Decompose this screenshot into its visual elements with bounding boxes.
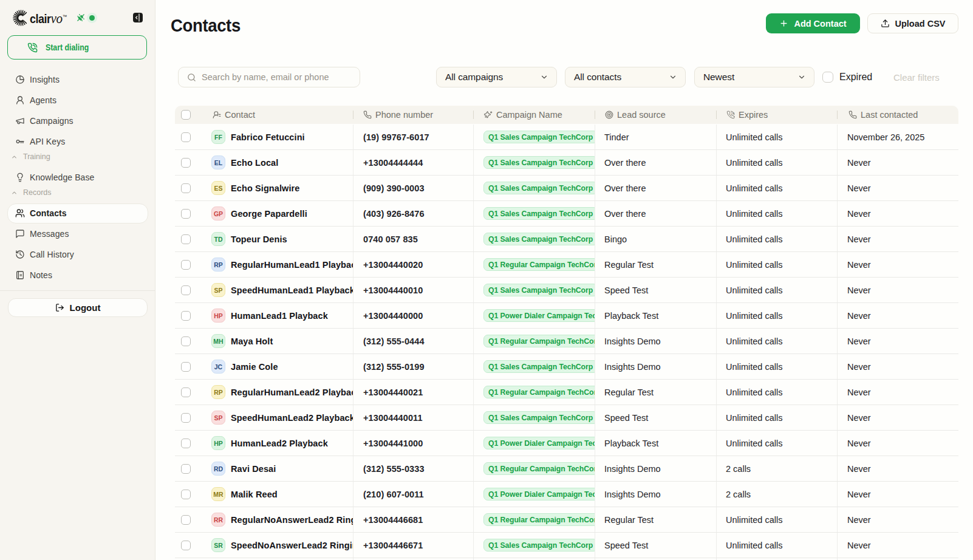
svg-text:24: 24 (731, 112, 734, 115)
